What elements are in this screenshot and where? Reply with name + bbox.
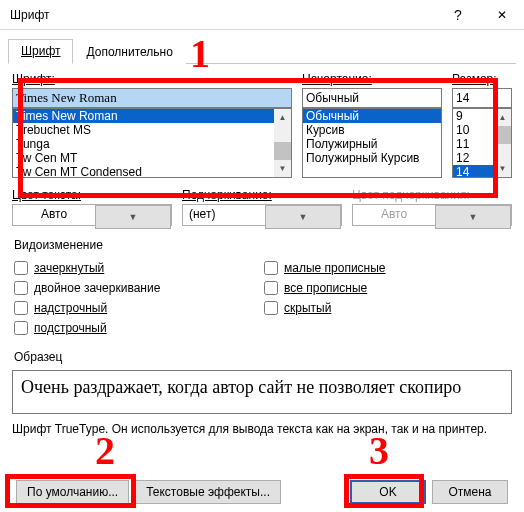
list-item[interactable]: Tw Cen MT Condensed (13, 165, 274, 177)
scroll-thumb[interactable] (494, 126, 511, 144)
underline-dropdown[interactable]: (нет) ▼ (182, 204, 342, 226)
list-item[interactable]: Полужирный Курсив (303, 151, 441, 165)
default-button[interactable]: По умолчанию... (16, 480, 129, 504)
font-label: Шрифт: (12, 72, 292, 86)
list-item[interactable]: Полужирный (303, 137, 441, 151)
color-label: Цвет текста: (12, 188, 172, 202)
check-strike[interactable]: зачеркнутый (12, 258, 262, 278)
font-input[interactable] (12, 88, 292, 108)
effects-label: Видоизменение (14, 238, 512, 252)
sample-label: Образец (14, 350, 512, 364)
chevron-down-icon[interactable]: ▼ (95, 205, 171, 229)
font-note: Шрифт TrueType. Он используется для выво… (12, 422, 512, 436)
check-dblstrike[interactable]: двойное зачеркивание (12, 278, 262, 298)
tab-font[interactable]: Шрифт (8, 39, 73, 64)
check-hidden[interactable]: скрытый (262, 298, 512, 318)
list-item[interactable]: 10 (453, 123, 494, 137)
style-label: Начертание: (302, 72, 442, 86)
list-item[interactable]: Times New Roman (13, 109, 274, 123)
preview-box: Очень раздражает, когда автор сайт не по… (12, 370, 512, 414)
scroll-up-icon[interactable]: ▲ (274, 109, 291, 126)
scroll-down-icon[interactable]: ▼ (274, 160, 291, 177)
ok-button[interactable]: OK (350, 480, 426, 504)
check-smallcaps[interactable]: малые прописные (262, 258, 512, 278)
tabstrip: Шрифт Дополнительно (8, 38, 516, 64)
scroll-down-icon[interactable]: ▼ (494, 160, 511, 177)
scrollbar[interactable]: ▲ ▼ (494, 109, 511, 177)
scrollbar[interactable]: ▲ ▼ (274, 109, 291, 177)
check-subscript[interactable]: подстрочный (12, 318, 262, 338)
ulcolor-label: Цвет подчеркивания: (352, 188, 512, 202)
panel-body: Шрифт: Times New Roman Trebuchet MS Tung… (0, 64, 524, 436)
chevron-down-icon[interactable]: ▼ (265, 205, 341, 229)
list-item[interactable]: 14 (453, 165, 494, 177)
list-item[interactable]: Tunga (13, 137, 274, 151)
size-listbox[interactable]: 9 10 11 12 14 ▲ ▼ (452, 108, 512, 178)
size-input[interactable] (452, 88, 512, 108)
scroll-thumb[interactable] (274, 142, 291, 160)
scroll-up-icon[interactable]: ▲ (494, 109, 511, 126)
footer: По умолчанию... Текстовые эффекты... OK … (0, 480, 524, 504)
list-item[interactable]: 12 (453, 151, 494, 165)
list-item[interactable]: Tw Cen MT (13, 151, 274, 165)
style-listbox[interactable]: Обычный Курсив Полужирный Полужирный Кур… (302, 108, 442, 178)
window-title: Шрифт (10, 8, 436, 22)
list-item[interactable]: Курсив (303, 123, 441, 137)
titlebar: Шрифт ? ✕ (0, 0, 524, 30)
underline-label: Подчеркивание: (182, 188, 342, 202)
close-button[interactable]: ✕ (480, 0, 524, 29)
check-allcaps[interactable]: все прописные (262, 278, 512, 298)
ulcolor-dropdown: Авто ▼ (352, 204, 512, 226)
list-item[interactable]: Trebuchet MS (13, 123, 274, 137)
style-input[interactable] (302, 88, 442, 108)
textfx-button[interactable]: Текстовые эффекты... (135, 480, 281, 504)
chevron-down-icon: ▼ (435, 205, 511, 229)
check-superscript[interactable]: надстрочный (12, 298, 262, 318)
color-dropdown[interactable]: Авто ▼ (12, 204, 172, 226)
font-listbox[interactable]: Times New Roman Trebuchet MS Tunga Tw Ce… (12, 108, 292, 178)
preview-text: Очень раздражает, когда автор сайт не по… (21, 377, 461, 397)
cancel-button[interactable]: Отмена (432, 480, 508, 504)
tab-advanced[interactable]: Дополнительно (73, 40, 185, 64)
list-item[interactable]: 11 (453, 137, 494, 151)
size-label: Размер: (452, 72, 512, 86)
list-item[interactable]: Обычный (303, 109, 441, 123)
list-item[interactable]: 9 (453, 109, 494, 123)
help-button[interactable]: ? (436, 0, 480, 29)
